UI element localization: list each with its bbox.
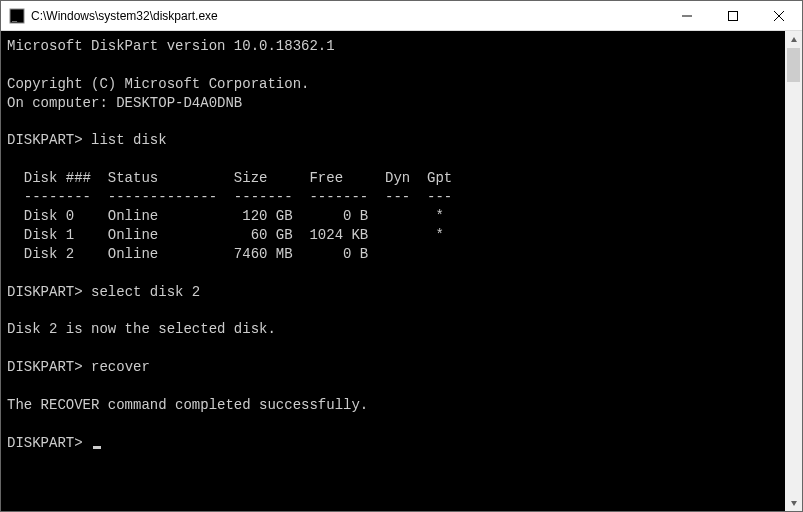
line-computer: On computer: DESKTOP-D4A0DNB [7,95,242,111]
close-button[interactable] [756,1,802,30]
scroll-track[interactable] [785,48,802,494]
minimize-button[interactable] [664,1,710,30]
cursor [93,446,101,449]
svg-rect-3 [729,11,738,20]
console-output[interactable]: Microsoft DiskPart version 10.0.18362.1 … [1,31,785,511]
window-controls [664,1,802,30]
line-version: Microsoft DiskPart version 10.0.18362.1 [7,38,335,54]
cmd-list-disk: list disk [91,132,167,148]
line-copyright: Copyright (C) Microsoft Corporation. [7,76,309,92]
maximize-button[interactable] [710,1,756,30]
prompt: DISKPART> [7,435,83,451]
scroll-down-button[interactable] [785,494,802,511]
svg-line-5 [774,11,784,21]
console-area: Microsoft DiskPart version 10.0.18362.1 … [1,31,802,511]
window-title: C:\Windows\system32\diskpart.exe [31,9,664,23]
table-row: Disk 1 Online 60 GB 1024 KB * [7,227,444,243]
svg-marker-7 [791,501,797,506]
app-icon: _ [9,8,25,24]
table-separator: -------- ------------- ------- ------- -… [7,189,452,205]
prompt: DISKPART> [7,284,83,300]
table-row: Disk 2 Online 7460 MB 0 B [7,246,368,262]
titlebar[interactable]: _ C:\Windows\system32\diskpart.exe [1,1,802,31]
table-header: Disk ### Status Size Free Dyn Gpt [7,170,452,186]
scroll-up-button[interactable] [785,31,802,48]
msg-recover-done: The RECOVER command completed successful… [7,397,368,413]
scroll-thumb[interactable] [787,48,800,82]
app-window: _ C:\Windows\system32\diskpart.exe Micro… [0,0,803,512]
prompt: DISKPART> [7,132,83,148]
table-row: Disk 0 Online 120 GB 0 B * [7,208,444,224]
svg-marker-6 [791,37,797,42]
svg-text:_: _ [11,11,18,22]
msg-selected: Disk 2 is now the selected disk. [7,321,276,337]
svg-line-4 [774,11,784,21]
cmd-recover: recover [91,359,150,375]
prompt: DISKPART> [7,359,83,375]
cmd-select-disk: select disk 2 [91,284,200,300]
vertical-scrollbar[interactable] [785,31,802,511]
